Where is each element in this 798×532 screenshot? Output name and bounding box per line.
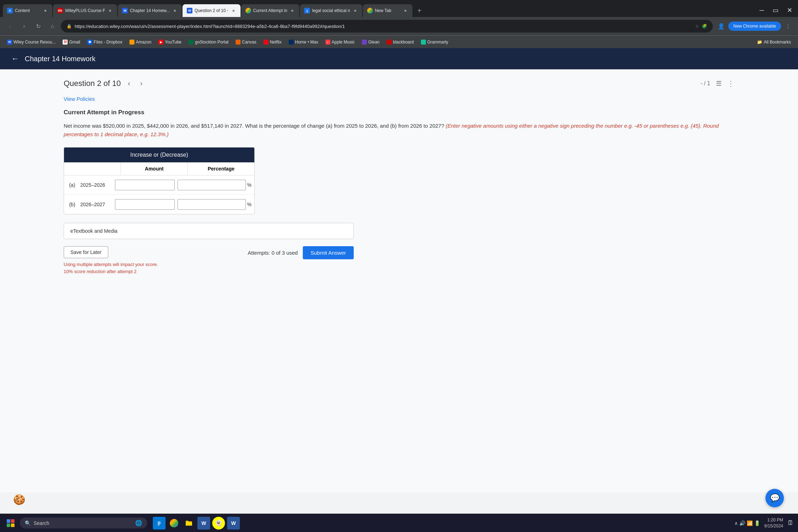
question-nav: Question 2 of 10 ‹ ›	[64, 78, 145, 89]
maximize-button[interactable]: ▭	[770, 5, 781, 16]
tab-attempt-close[interactable]: ✕	[289, 8, 295, 13]
chrome-update-button[interactable]: New Chrome available	[728, 22, 781, 31]
bookmark-dropbox-label: Files - Dropbox	[94, 40, 122, 45]
tab-wiley-close[interactable]: ✕	[107, 8, 113, 13]
menu-button[interactable]: ⋮	[782, 21, 794, 32]
taskbar-search-box[interactable]: 🔍 Search 🌐	[20, 517, 147, 528]
row-b-amount-input[interactable]	[115, 199, 175, 210]
back-button[interactable]: ‹	[4, 21, 16, 32]
taskbar-files[interactable]	[183, 517, 195, 530]
warning-line2: 10% score reduction after attempt 2	[64, 268, 158, 275]
main-content: Question 2 of 10 ‹ › - / 1 ☰ ⋮ View Poli…	[0, 69, 798, 492]
bookmark-stockton[interactable]: goStockton Portal	[186, 38, 231, 46]
taskbar-chrome[interactable]	[168, 517, 180, 530]
view-policies-link[interactable]: View Policies	[64, 96, 734, 102]
extensions-icon[interactable]: 🧩	[702, 24, 707, 29]
nav-bar: ‹ › ↻ ⌂ 🔒 https://education.wiley.com/wa…	[0, 17, 798, 35]
question-page: - / 1	[700, 80, 710, 87]
url-text: https://education.wiley.com/was/ui/v2/as…	[75, 24, 692, 29]
chat-button[interactable]: 💬	[765, 489, 784, 507]
tab-content-close[interactable]: ✕	[42, 8, 48, 13]
taskbar-search-text: Search	[34, 520, 49, 526]
home-button[interactable]: ⌂	[47, 21, 58, 32]
taskbar-notification-icon[interactable]: 🗓	[787, 519, 794, 527]
taskbar-snapchat[interactable]: 👻	[212, 517, 225, 530]
new-tab-button[interactable]: +	[413, 4, 426, 17]
bookmark-netflix[interactable]: Netflix	[261, 38, 284, 46]
hbo-favicon	[289, 40, 294, 45]
forward-button[interactable]: ›	[18, 21, 30, 32]
more-options-icon[interactable]: ⋮	[727, 79, 734, 88]
secure-icon: 🔒	[66, 24, 72, 29]
row-b-year: 2026–2027	[80, 202, 112, 207]
bookmark-wiley[interactable]: W Wiley Course Resou...	[4, 38, 58, 46]
bookmark-amazon-label: Amazon	[136, 40, 151, 45]
tab-attempt[interactable]: Current Attempt in ✕	[241, 4, 300, 17]
bookmark-stockton-label: goStockton Portal	[195, 40, 229, 45]
tab-chapter14-close[interactable]: ✕	[172, 8, 178, 13]
tab-newtab[interactable]: New Tab ✕	[363, 4, 412, 17]
tab-content[interactable]: A Content ✕	[3, 4, 52, 17]
svg-rect-3	[11, 519, 15, 523]
bookmark-glean[interactable]: Glean	[359, 38, 382, 46]
list-icon[interactable]: ☰	[716, 80, 722, 87]
row-a-pct-input[interactable]	[178, 180, 246, 190]
back-arrow-button[interactable]: ←	[11, 54, 19, 63]
bookmark-youtube-label: YouTube	[165, 40, 181, 45]
apple-favicon: ♪	[325, 40, 330, 45]
bookmark-apple-music[interactable]: ♪ Apple Music	[323, 38, 358, 46]
svg-rect-5	[11, 524, 15, 527]
tab-legal-title: legal social ethical n	[312, 8, 350, 13]
gmail-favicon: M	[63, 40, 68, 45]
minimize-button[interactable]: ─	[757, 5, 767, 16]
submit-answer-button[interactable]: Submit Answer	[303, 246, 354, 259]
bookmark-hbo[interactable]: Home • Max	[286, 38, 321, 46]
col-empty	[64, 162, 121, 175]
save-for-later-button[interactable]: Save for Later	[64, 246, 108, 258]
bookmark-dropbox[interactable]: Files - Dropbox	[85, 38, 125, 46]
prev-question-button[interactable]: ‹	[125, 78, 133, 89]
bookmark-amazon[interactable]: Amazon	[127, 38, 154, 46]
row-b-amount-wrapper	[115, 199, 175, 210]
glean-favicon	[362, 40, 367, 45]
tab-question[interactable]: W Question 2 of 10 - ✕	[183, 4, 240, 17]
tab-legal-favicon: g	[304, 8, 310, 13]
taskbar-search-icon: 🔍	[25, 520, 31, 526]
profile-button[interactable]: 👤	[716, 21, 727, 32]
close-window-button[interactable]: ✕	[784, 5, 795, 16]
next-question-button[interactable]: ›	[137, 78, 145, 89]
reload-button[interactable]: ↻	[33, 21, 44, 32]
all-bookmarks-button[interactable]: 📁 All Bookmarks	[754, 38, 794, 46]
svg-rect-2	[7, 519, 10, 523]
tab-chapter14[interactable]: W Chapter 14 Homew... ✕	[118, 4, 182, 17]
tab-legal[interactable]: g legal social ethical n ✕	[300, 4, 362, 17]
tab-newtab-title: New Tab	[375, 8, 400, 13]
tab-question-favicon: W	[187, 8, 192, 13]
taskbar-word2[interactable]: W	[227, 517, 240, 530]
cookie-icon[interactable]: 🍪	[11, 492, 27, 507]
bookmark-grammarly[interactable]: Grammarly	[418, 38, 451, 46]
row-a-amount-input[interactable]	[115, 180, 175, 190]
row-a-year: 2025–2026	[80, 182, 112, 188]
start-button[interactable]	[4, 517, 17, 530]
bookmark-wiley-label: Wiley Course Resou...	[13, 40, 56, 45]
taskbar-clock: 1:20 PM 9/15/2024	[764, 517, 783, 529]
row-b-pct-input[interactable]	[178, 199, 246, 210]
tab-question-close[interactable]: ✕	[231, 8, 236, 13]
bookmark-star[interactable]: ☆	[695, 24, 699, 29]
taskbar-word[interactable]: W	[197, 517, 210, 530]
etextbook-label: eTextbook and Media	[70, 228, 117, 234]
taskbar-explorer[interactable]	[153, 517, 166, 530]
taskbar-system-icons: ∧ 🔊 📶 🔋	[734, 520, 760, 526]
bookmark-blackboard[interactable]: blackboard	[384, 38, 417, 46]
tab-wiley[interactable]: Bb WileyPLUS Course F ✕	[53, 4, 117, 17]
bookmark-canvas[interactable]: Canvas	[233, 38, 259, 46]
question-text: Net income was $520,000 in 2025, $442,00…	[64, 122, 734, 139]
tab-newtab-close[interactable]: ✕	[403, 8, 408, 13]
address-bar[interactable]: 🔒 https://education.wiley.com/was/ui/v2/…	[61, 20, 713, 33]
etextbook-section[interactable]: eTextbook and Media	[64, 223, 354, 239]
bookmark-gmail[interactable]: M Gmail	[60, 38, 83, 46]
tab-legal-close[interactable]: ✕	[352, 8, 358, 13]
bookmark-youtube[interactable]: ▶ YouTube	[156, 38, 184, 46]
all-bookmarks-label: All Bookmarks	[764, 40, 791, 45]
